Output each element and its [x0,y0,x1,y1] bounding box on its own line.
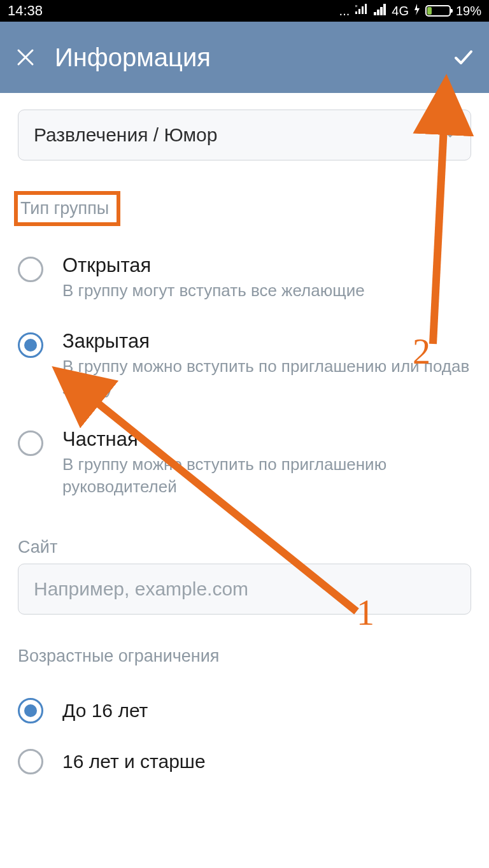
radio-icon [18,749,43,774]
close-button[interactable] [13,45,38,70]
confirm-button[interactable] [451,45,476,70]
option-subtitle: В группу могут вступать все желающие [62,280,365,302]
option-title: Открытая [62,254,365,277]
status-bar: 14:38 ... 4G 19% [0,0,489,22]
age-option-under16[interactable]: До 16 лет [18,685,471,736]
age-option-label: До 16 лет [62,700,148,722]
radio-icon [18,698,43,723]
category-dropdown[interactable]: Развлечения / Юмор [18,110,471,160]
status-dots: ... [339,4,350,18]
radio-icon [18,430,43,456]
annotation-highlight-box: Тип группы [14,191,120,226]
network-label: 4G [392,4,409,18]
option-title: Частная [62,428,471,451]
battery-icon [425,5,451,17]
status-time: 14:38 [8,3,339,19]
page-title: Информация [55,43,451,72]
app-bar: Информация [0,22,489,93]
chevron-down-icon [443,124,458,146]
option-subtitle: В группу можно вступить по приглашению р… [62,453,471,498]
age-label: Возрастные ограничения [18,646,471,666]
signal-icon [355,4,369,18]
age-option-label: 16 лет и старше [62,751,206,772]
site-label: Сайт [18,537,471,557]
cell-icon [374,4,386,18]
charging-icon [414,4,420,18]
site-placeholder: Например, example.com [34,578,248,599]
group-type-label: Тип группы [20,199,109,218]
option-subtitle: В группу можно вступить по приглашению и… [62,355,471,400]
battery-pct: 19% [456,4,481,18]
category-value: Развлечения / Юмор [34,124,217,146]
option-title: Закрытая [62,330,471,353]
group-type-radio-group: Открытая В группу могут вступать все жел… [18,240,471,512]
age-option-16plus[interactable]: 16 лет и старше [18,736,471,787]
age-radio-group: До 16 лет 16 лет и старше [18,685,471,787]
group-type-option-private[interactable]: Частная В группу можно вступить по пригл… [18,414,471,512]
content: Развлечения / Юмор Тип группы Открытая В… [0,93,489,787]
site-input[interactable]: Например, example.com [18,564,471,615]
group-type-option-open[interactable]: Открытая В группу могут вступать все жел… [18,240,471,316]
radio-icon [18,257,43,282]
status-right: ... 4G 19% [339,4,481,18]
group-type-option-closed[interactable]: Закрытая В группу можно вступить по приг… [18,316,471,414]
radio-icon [18,332,43,358]
